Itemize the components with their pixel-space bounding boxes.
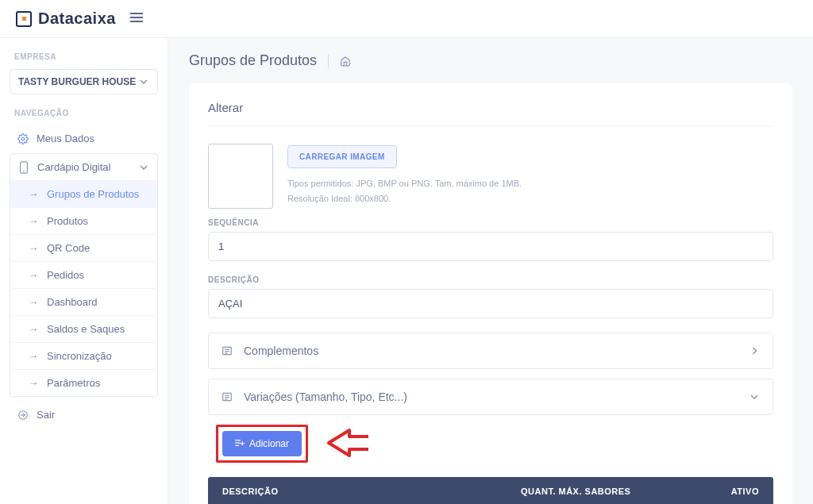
section-empresa-label: EMPRESA (14, 52, 153, 61)
sequence-input[interactable] (208, 232, 773, 261)
nav-dashboard[interactable]: → Dashboard (10, 289, 157, 316)
arrow-right-icon: → (28, 297, 39, 308)
annotation-highlight: Adicionar (216, 425, 308, 463)
nav-saldos-label: Saldos e Saques (47, 323, 125, 335)
arrow-right-icon: → (28, 189, 39, 200)
breadcrumb: Grupos de Produtos (189, 52, 792, 69)
chevron-down-icon (749, 391, 760, 402)
upload-hint-resolution: Resolução Ideal: 800x800. (287, 191, 522, 206)
arrow-right-icon: → (28, 216, 39, 227)
brand-logo: Datacaixa (16, 10, 116, 28)
th-descricao: DESCRIÇÃO (222, 487, 521, 496)
edit-card: Alterar CARREGAR IMAGEM Tipos permitidos… (189, 83, 792, 504)
accordion-variacoes[interactable]: Variações (Tamanho, Tipo, Etc...) (208, 379, 773, 415)
nav-sincronizacao-label: Sincronização (47, 350, 112, 362)
nav-meus-dados[interactable]: Meus Dados (10, 125, 158, 152)
chevron-down-icon (138, 162, 149, 173)
nav-produtos[interactable]: → Produtos (10, 208, 157, 235)
section-navegacao-label: NAVEGAÇÃO (14, 109, 153, 117)
nav-meus-dados-label: Meus Dados (37, 133, 94, 144)
add-button-label: Adicionar (249, 438, 289, 449)
arrow-right-icon: → (28, 351, 39, 362)
page-title: Grupos de Produtos (189, 52, 317, 69)
home-icon[interactable] (340, 56, 351, 67)
main-content: Grupos de Produtos Alterar CARREGAR IMAG… (168, 38, 813, 504)
nav-dashboard-label: Dashboard (47, 296, 98, 308)
divider (328, 55, 329, 67)
arrow-right-icon: → (28, 243, 39, 254)
image-preview[interactable] (208, 144, 273, 209)
nav-cardapio-label: Cardápio Digital (37, 161, 111, 173)
chevron-down-icon (138, 76, 149, 87)
menu-toggle-icon[interactable] (130, 12, 143, 25)
upload-image-button[interactable]: CARREGAR IMAGEM (287, 145, 397, 168)
nav-sincronizacao[interactable]: → Sincronização (10, 343, 157, 370)
th-quantidade: QUANT. MÁX. SABORES (521, 487, 680, 496)
nav-qrcode-label: QR Code (47, 242, 90, 254)
card-heading: Alterar (208, 101, 773, 126)
nav-pedidos-label: Pedidos (47, 269, 84, 281)
company-name: TASTY BURGUER HOUSE (18, 76, 136, 87)
brand-icon (16, 11, 32, 27)
nav-cardapio-digital[interactable]: Cardápio Digital (10, 154, 157, 181)
description-label: DESCRIÇÃO (208, 275, 773, 284)
th-ativo: ATIVO (680, 487, 759, 496)
nav-cardapio-group: Cardápio Digital → Grupos de Produtos → … (10, 153, 158, 397)
upload-hint-types: Tipos permitidos: JPG, BMP ou PNG. Tam. … (287, 176, 522, 191)
list-icon (222, 391, 233, 402)
arrow-right-icon: → (28, 324, 39, 335)
accordion-complementos[interactable]: Complementos (208, 333, 773, 369)
annotation-arrow-icon (326, 429, 370, 460)
brand-text: Datacaixa (38, 10, 116, 28)
accordion-variacoes-label: Variações (Tamanho, Tipo, Etc...) (244, 391, 407, 403)
list-icon (222, 345, 233, 356)
add-button[interactable]: Adicionar (222, 431, 302, 456)
description-input[interactable] (208, 289, 773, 318)
gear-icon (17, 133, 29, 144)
nav-saldos[interactable]: → Saldos e Saques (10, 316, 157, 343)
variations-table-header: DESCRIÇÃO QUANT. MÁX. SABORES ATIVO (208, 477, 773, 504)
phone-icon (18, 162, 29, 173)
nav-sair-label: Sair (37, 409, 55, 421)
nav-parametros[interactable]: → Parâmetros (10, 370, 157, 396)
sidebar: EMPRESA TASTY BURGUER HOUSE NAVEGAÇÃO Me… (0, 38, 168, 504)
accordion-complementos-label: Complementos (244, 344, 318, 357)
nav-pedidos[interactable]: → Pedidos (10, 262, 157, 289)
nav-qrcode[interactable]: → QR Code (10, 235, 157, 262)
nav-parametros-label: Parâmetros (47, 377, 100, 389)
nav-grupos-produtos[interactable]: → Grupos de Produtos (10, 181, 157, 208)
nav-sair[interactable]: Sair (10, 402, 158, 428)
sequence-label: SEQUÊNCIA (208, 218, 773, 227)
arrow-right-icon: → (28, 270, 39, 281)
nav-produtos-label: Produtos (47, 215, 88, 227)
svg-point-3 (21, 137, 25, 140)
chevron-right-icon (749, 345, 760, 356)
nav-grupos-label: Grupos de Produtos (47, 188, 139, 200)
add-icon (235, 438, 245, 449)
company-selector[interactable]: TASTY BURGUER HOUSE (10, 69, 158, 94)
arrow-right-icon: → (28, 378, 39, 389)
logout-icon (17, 410, 29, 421)
